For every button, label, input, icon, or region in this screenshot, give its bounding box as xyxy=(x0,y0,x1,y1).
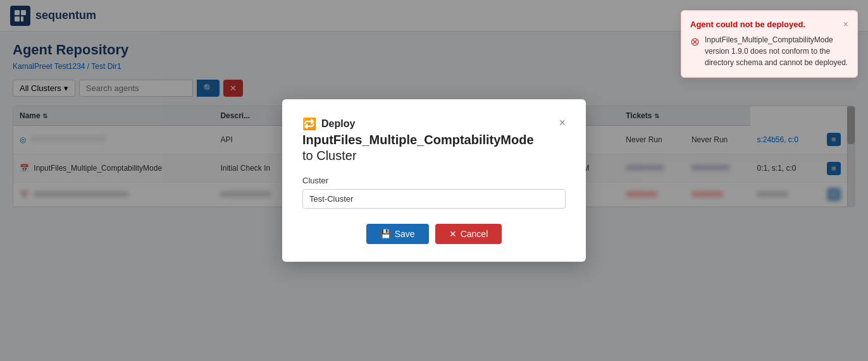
error-title: Agent could not be deployed. xyxy=(690,20,843,29)
modal-deploy-label: Deploy xyxy=(321,118,355,130)
modal-close-btn[interactable]: × xyxy=(559,117,566,128)
modal-title-row: 🔁 Deploy xyxy=(302,117,534,131)
deploy-icon: 🔁 xyxy=(302,117,316,131)
modal-header: 🔁 Deploy InputFiles_Multiple_Comptabilit… xyxy=(302,117,566,163)
modal-agent-name: InputFiles_Multiple_ComptabilityMode xyxy=(302,132,534,147)
error-icon: ⊗ xyxy=(690,35,700,49)
error-close-btn[interactable]: × xyxy=(843,20,848,28)
modal-to-cluster: to Cluster xyxy=(302,149,534,163)
cluster-input[interactable] xyxy=(302,189,566,209)
modal-body: Cluster xyxy=(302,176,566,209)
modal-title-wrap: 🔁 Deploy InputFiles_Multiple_Comptabilit… xyxy=(302,117,534,163)
error-notification-header: Agent could not be deployed. × xyxy=(690,20,848,29)
cluster-label: Cluster xyxy=(302,176,566,185)
error-notification: Agent could not be deployed. × ⊗ InputFi… xyxy=(681,10,858,78)
deploy-modal: 🔁 Deploy InputFiles_Multiple_Comptabilit… xyxy=(282,99,586,217)
error-text: InputFiles_Multiple_ComptabilityMode ver… xyxy=(705,34,848,68)
error-body: ⊗ InputFiles_Multiple_ComptabilityMode v… xyxy=(690,34,848,68)
